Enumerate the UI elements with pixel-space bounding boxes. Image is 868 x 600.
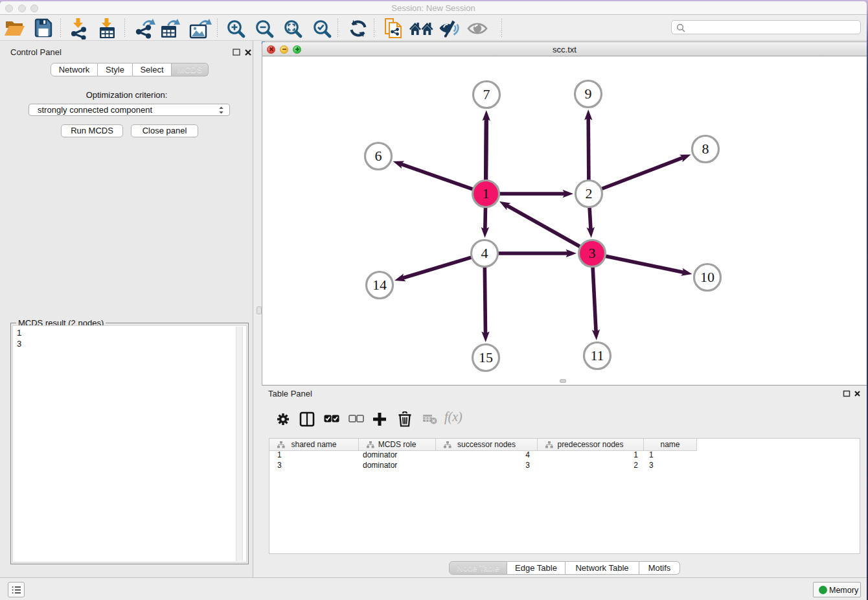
svg-text:15: 15 xyxy=(479,349,493,365)
svg-text:11: 11 xyxy=(590,347,604,363)
svg-text:6: 6 xyxy=(375,148,382,164)
svg-text:9: 9 xyxy=(585,86,592,102)
svg-text:2: 2 xyxy=(586,185,593,202)
svg-text:7: 7 xyxy=(483,86,490,102)
svg-text:3: 3 xyxy=(589,245,596,261)
svg-text:10: 10 xyxy=(700,269,714,285)
svg-text:14: 14 xyxy=(372,277,387,293)
svg-text:1: 1 xyxy=(483,185,490,202)
svg-text:8: 8 xyxy=(702,141,709,157)
svg-text:4: 4 xyxy=(481,245,488,261)
